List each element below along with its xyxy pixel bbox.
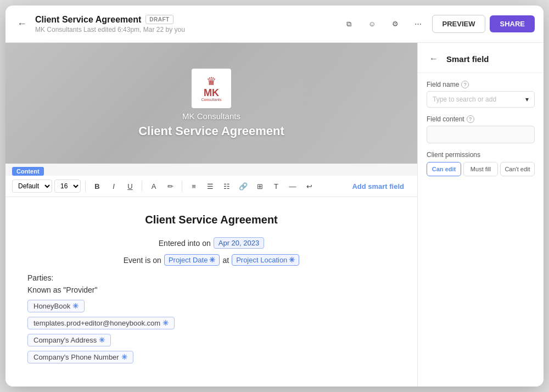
editor-toolbar: Default 16 B I U A xyxy=(5,176,417,197)
face-icon: ☺ xyxy=(368,20,376,28)
known-as: Known as "Provider" xyxy=(27,285,395,294)
field-name-section: Field name ? Type to search or add ▾ xyxy=(427,81,535,108)
title-block: Client Service Agreement DRAFT MK Consul… xyxy=(35,15,334,33)
doc-title: Client Service Agreement xyxy=(35,15,141,25)
undo-icon: ↩ xyxy=(306,182,312,191)
settings-button[interactable]: ⚙ xyxy=(386,15,405,33)
field-content-input[interactable] xyxy=(427,126,535,143)
gear-icon: ⚙ xyxy=(392,20,399,28)
client-permissions-label: Client permissions xyxy=(427,151,535,159)
asterisk-icon-3: ✳ xyxy=(72,302,79,310)
project-location-label: Project Location xyxy=(236,256,287,264)
field-name-placeholder: Type to search or add xyxy=(433,96,496,103)
size-select[interactable]: 16 xyxy=(54,180,81,193)
main-area: ♛ MK Consultants MK Consultants Client S… xyxy=(5,43,544,387)
back-button[interactable]: ← xyxy=(14,16,30,32)
dropdown-icon: ▾ xyxy=(525,96,529,103)
dots-icon: ⋯ xyxy=(414,20,422,28)
client-permissions-section: Client permissions Can edit Must fill Ca… xyxy=(427,151,535,176)
highlight-icon: ✏ xyxy=(167,182,173,191)
add-smart-field-button[interactable]: Add smart field xyxy=(345,180,411,193)
can-edit-button[interactable]: Can edit xyxy=(427,162,461,176)
crown-icon: ♛ xyxy=(201,75,222,88)
field2-label: templates.prod+editor@honeybook.com xyxy=(33,319,160,327)
field3-label: Company's Address xyxy=(33,336,97,344)
field-name-input[interactable]: Type to search or add ▾ xyxy=(427,91,535,108)
panel-header: ← Smart field xyxy=(418,43,544,73)
bold-icon: B xyxy=(94,182,99,191)
field-name-label: Field name ? xyxy=(427,81,535,88)
align-icon: ≡ xyxy=(192,182,196,191)
line-icon: — xyxy=(289,182,296,191)
date-field[interactable]: Apr 20, 2023 xyxy=(214,237,264,249)
draft-badge: DRAFT xyxy=(145,15,173,24)
style-select[interactable]: Default xyxy=(12,180,52,193)
divider-1 xyxy=(85,181,86,192)
align-button[interactable]: ≡ xyxy=(187,179,201,193)
phone-field[interactable]: Company's Phone Number ✳ xyxy=(27,351,133,363)
entered-prefix: Entered into on xyxy=(159,239,211,248)
preview-button[interactable]: PREVIEW xyxy=(432,15,486,33)
italic-icon: I xyxy=(113,182,115,191)
panel-body: Field name ? Type to search or add ▾ Fie… xyxy=(418,73,544,184)
project-location-field[interactable]: Project Location ✳ xyxy=(232,254,299,266)
back-arrow-icon: ← xyxy=(17,18,27,30)
project-date-field[interactable]: Project Date ✳ xyxy=(164,254,220,266)
italic-button[interactable]: I xyxy=(107,179,121,193)
table-icon: ⊞ xyxy=(257,182,263,191)
share-button[interactable]: SHARE xyxy=(490,15,535,32)
field-name-help-icon: ? xyxy=(461,81,469,88)
line-button[interactable]: — xyxy=(285,179,300,193)
table-button[interactable]: ⊞ xyxy=(253,179,267,193)
asterisk-icon-1: ✳ xyxy=(209,256,215,264)
permissions-row: Can edit Must fill Can't edit xyxy=(427,162,535,176)
field-content-help-icon: ? xyxy=(467,115,474,123)
more-button[interactable]: ⋯ xyxy=(409,15,428,33)
entered-line: Entered into on Apr 20, 2023 xyxy=(27,237,395,249)
top-bar: ← Client Service Agreement DRAFT MK Cons… xyxy=(5,5,544,43)
numbered-icon: ☷ xyxy=(223,182,230,191)
hero-banner: ♛ MK Consultants MK Consultants Client S… xyxy=(5,43,417,164)
font-color-icon: A xyxy=(152,182,156,191)
content-badge: Content xyxy=(12,167,44,176)
field1-label: HoneyBook xyxy=(33,302,70,310)
honeybook-field[interactable]: HoneyBook ✳ xyxy=(27,300,85,312)
field-content-section: Field content ? xyxy=(427,115,535,143)
mk-logo: ♛ MK Consultants xyxy=(192,69,231,108)
copy-button[interactable]: ⧉ xyxy=(340,15,358,33)
logo-text: MK xyxy=(201,88,222,98)
field4-label: Company's Phone Number xyxy=(33,353,119,361)
hero-doc-title: Client Service Agreement xyxy=(138,124,284,138)
right-panel: ← Smart field Field name ? Type to searc… xyxy=(417,43,544,387)
parties-label: Parties: xyxy=(27,273,395,282)
emoji-button[interactable]: ☺ xyxy=(363,15,382,33)
at-text: at xyxy=(222,256,229,265)
asterisk-icon-5: ✳ xyxy=(99,336,105,344)
link-button[interactable]: 🔗 xyxy=(236,179,250,193)
email-field[interactable]: templates.prod+editor@honeybook.com ✳ xyxy=(27,317,175,329)
doc-main-title: Client Service Agreement xyxy=(27,214,395,226)
underline-icon: U xyxy=(127,182,132,191)
cant-edit-button[interactable]: Can't edit xyxy=(500,162,535,176)
underline-button[interactable]: U xyxy=(123,179,137,193)
project-date-label: Project Date xyxy=(169,256,208,264)
panel-back-button[interactable]: ← xyxy=(427,52,441,66)
panel-title: Smart field xyxy=(446,54,489,64)
top-actions: ⧉ ☺ ⚙ ⋯ PREVIEW SHARE xyxy=(340,15,535,33)
divider-2 xyxy=(142,181,142,192)
undo-button[interactable]: ↩ xyxy=(302,179,316,193)
numbered-button[interactable]: ☷ xyxy=(220,179,234,193)
strike-button[interactable]: T xyxy=(269,179,283,193)
app-window: ← Client Service Agreement DRAFT MK Cons… xyxy=(5,5,544,387)
font-color-button[interactable]: A xyxy=(147,179,161,193)
strikethrough-icon: T xyxy=(274,182,278,191)
highlight-button[interactable]: ✏ xyxy=(163,179,177,193)
hero-company-name: MK Consultants xyxy=(182,111,240,121)
doc-content: Client Service Agreement Entered into on… xyxy=(5,197,417,387)
field-content-label: Field content ? xyxy=(427,115,535,123)
must-fill-button[interactable]: Must fill xyxy=(463,162,498,176)
bullet-button[interactable]: ☰ xyxy=(203,179,217,193)
asterisk-icon-6: ✳ xyxy=(121,353,127,361)
address-field[interactable]: Company's Address ✳ xyxy=(27,334,111,346)
bold-button[interactable]: B xyxy=(90,179,104,193)
